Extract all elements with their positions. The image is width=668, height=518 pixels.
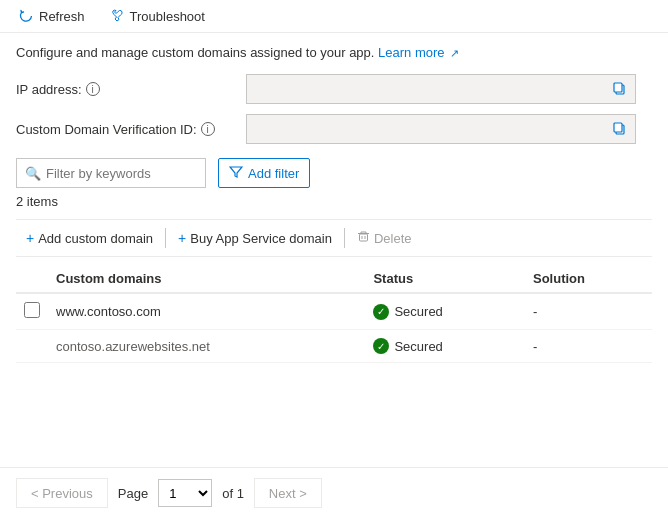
status-cell: ✓Secured xyxy=(365,330,525,363)
verification-info-icon[interactable]: i xyxy=(201,122,215,136)
copy-icon xyxy=(613,82,627,96)
wrench-icon xyxy=(109,8,125,24)
ip-input[interactable] xyxy=(253,82,611,97)
filter-input[interactable] xyxy=(46,166,197,181)
secured-icon: ✓ xyxy=(373,338,389,354)
items-count: 2 items xyxy=(16,194,652,209)
verification-field-wrap xyxy=(246,114,636,144)
previous-button[interactable]: < Previous xyxy=(16,478,108,508)
verification-copy-button[interactable] xyxy=(611,120,629,138)
buy-domain-button[interactable]: + Buy App Service domain xyxy=(168,226,342,250)
copy-icon-2 xyxy=(613,122,627,136)
row-checkbox[interactable] xyxy=(24,302,40,318)
solution-cell: - xyxy=(525,330,652,363)
status-header: Status xyxy=(365,265,525,293)
plus-icon-1: + xyxy=(26,230,34,246)
action-divider-2 xyxy=(344,228,345,248)
domain-cell: www.contoso.com xyxy=(48,293,365,330)
action-divider-1 xyxy=(165,228,166,248)
ip-copy-button[interactable] xyxy=(611,80,629,98)
refresh-label: Refresh xyxy=(39,9,85,24)
add-custom-domain-button[interactable]: + Add custom domain xyxy=(16,226,163,250)
domains-table: Custom domains Status Solution www.conto… xyxy=(16,265,652,363)
verification-row: Custom Domain Verification ID: i xyxy=(16,114,652,144)
add-filter-button[interactable]: Add filter xyxy=(218,158,310,188)
next-button[interactable]: Next > xyxy=(254,478,322,508)
secured-icon: ✓ xyxy=(373,304,389,320)
table-row: contoso.azurewebsites.net✓Secured- xyxy=(16,330,652,363)
main-content: Configure and manage custom domains assi… xyxy=(0,33,668,375)
ip-label: IP address: i xyxy=(16,82,246,97)
status-text: Secured xyxy=(394,339,442,354)
delete-button[interactable]: Delete xyxy=(347,226,422,250)
status-text: Secured xyxy=(394,304,442,319)
troubleshoot-label: Troubleshoot xyxy=(130,9,205,24)
refresh-button[interactable]: Refresh xyxy=(14,6,89,26)
toolbar: Refresh Troubleshoot xyxy=(0,0,668,33)
page-select[interactable]: 1 xyxy=(158,479,212,507)
filter-icon xyxy=(229,165,243,182)
checkbox-cell xyxy=(16,330,48,363)
ip-address-row: IP address: i xyxy=(16,74,652,104)
external-link-icon: ↗ xyxy=(450,47,459,59)
solution-header: Solution xyxy=(525,265,652,293)
ip-info-icon[interactable]: i xyxy=(86,82,100,96)
table-row: www.contoso.com✓Secured- xyxy=(16,293,652,330)
status-cell: ✓Secured xyxy=(365,293,525,330)
of-label: of 1 xyxy=(222,486,244,501)
solution-cell: - xyxy=(525,293,652,330)
learn-more-link[interactable]: Learn more ↗ xyxy=(378,45,459,60)
verification-input[interactable] xyxy=(253,122,611,137)
table-header-row: Custom domains Status Solution xyxy=(16,265,652,293)
filter-search-wrap: 🔍 xyxy=(16,158,206,188)
custom-domains-header: Custom domains xyxy=(48,265,365,293)
plus-icon-2: + xyxy=(178,230,186,246)
pagination: < Previous Page 1 of 1 Next > xyxy=(0,467,668,518)
ip-field-wrap xyxy=(246,74,636,104)
action-bar: + Add custom domain + Buy App Service do… xyxy=(16,219,652,257)
svg-rect-3 xyxy=(614,123,622,132)
svg-rect-5 xyxy=(359,234,367,241)
page-label: Page xyxy=(118,486,148,501)
checkbox-header xyxy=(16,265,48,293)
verification-label: Custom Domain Verification ID: i xyxy=(16,122,246,137)
troubleshoot-button[interactable]: Troubleshoot xyxy=(105,6,209,26)
delete-icon xyxy=(357,230,370,246)
info-description: Configure and manage custom domains assi… xyxy=(16,45,652,60)
refresh-icon xyxy=(18,8,34,24)
search-icon: 🔍 xyxy=(25,166,41,181)
svg-rect-1 xyxy=(614,83,622,92)
checkbox-cell xyxy=(16,293,48,330)
domain-cell: contoso.azurewebsites.net xyxy=(48,330,365,363)
filter-bar: 🔍 Add filter xyxy=(16,158,652,188)
